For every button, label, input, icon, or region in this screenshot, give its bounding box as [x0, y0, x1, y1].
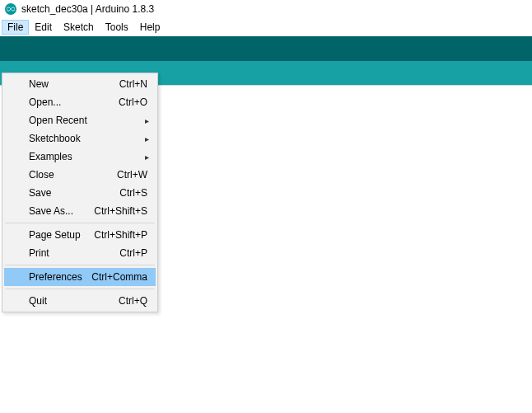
- menu-item-label: Print: [4, 247, 119, 259]
- menu-item-sketchbook[interactable]: Sketchbook▸: [4, 129, 156, 148]
- menu-item-shortcut: Ctrl+S: [119, 187, 156, 199]
- menu-item-label: Save As...: [4, 205, 94, 217]
- menu-separator: [5, 223, 155, 223]
- menubar-item-tools[interactable]: Tools: [100, 20, 134, 35]
- menu-item-page-setup[interactable]: Page SetupCtrl+Shift+P: [4, 226, 156, 244]
- menu-item-shortcut: Ctrl+Q: [119, 295, 156, 307]
- menu-item-label: Examples: [4, 151, 156, 162]
- menu-item-shortcut: Ctrl+N: [119, 78, 156, 90]
- menubar-item-sketch[interactable]: Sketch: [58, 20, 100, 35]
- menu-separator: [5, 265, 155, 265]
- menu-item-save-as[interactable]: Save As...Ctrl+Shift+S: [4, 202, 156, 220]
- menu-item-label: Open...: [4, 96, 119, 108]
- menu-item-shortcut: Ctrl+Shift+S: [94, 205, 156, 217]
- menu-item-shortcut: Ctrl+Shift+P: [94, 229, 156, 241]
- menu-item-print[interactable]: PrintCtrl+P: [4, 244, 156, 262]
- menu-item-label: Open Recent: [4, 115, 156, 126]
- menu-item-save[interactable]: SaveCtrl+S: [4, 184, 156, 202]
- menu-item-preferences[interactable]: PreferencesCtrl+Comma: [4, 268, 156, 286]
- menu-item-label: Preferences: [4, 271, 91, 283]
- menu-item-label: New: [4, 78, 119, 90]
- menubar-item-help[interactable]: Help: [134, 20, 166, 35]
- menu-item-label: Page Setup: [4, 229, 94, 241]
- menu-item-open-recent[interactable]: Open Recent▸: [4, 111, 156, 129]
- menu-item-quit[interactable]: QuitCtrl+Q: [4, 292, 156, 310]
- arduino-icon: [5, 3, 16, 15]
- menu-item-examples[interactable]: Examples▸: [4, 148, 156, 166]
- menu-item-label: Quit: [4, 295, 119, 307]
- file-menu-dropdown: NewCtrl+NOpen...Ctrl+OOpen Recent▸Sketch…: [2, 73, 158, 312]
- menu-item-label: Save: [4, 187, 119, 199]
- menubar-item-edit[interactable]: Edit: [29, 20, 58, 35]
- menubar: File Edit Sketch Tools Help: [0, 18, 532, 36]
- toolbar: [0, 36, 532, 61]
- menu-item-shortcut: Ctrl+P: [119, 247, 156, 259]
- chevron-right-icon: ▸: [145, 134, 149, 143]
- menu-item-open[interactable]: Open...Ctrl+O: [4, 93, 156, 111]
- menu-item-label: Close: [4, 169, 117, 181]
- menu-item-shortcut: Ctrl+O: [119, 96, 156, 108]
- menu-item-new[interactable]: NewCtrl+N: [4, 75, 156, 93]
- titlebar: sketch_dec30a | Arduino 1.8.3: [0, 0, 532, 18]
- menu-item-close[interactable]: CloseCtrl+W: [4, 166, 156, 184]
- menu-item-shortcut: Ctrl+W: [117, 169, 156, 181]
- menu-item-shortcut: Ctrl+Comma: [91, 271, 156, 283]
- window-title: sketch_dec30a | Arduino 1.8.3: [21, 3, 154, 15]
- menu-separator: [5, 289, 155, 289]
- menu-item-label: Sketchbook: [4, 133, 156, 144]
- menubar-item-file[interactable]: File: [2, 20, 29, 35]
- chevron-right-icon: ▸: [145, 153, 149, 162]
- chevron-right-icon: ▸: [145, 116, 149, 125]
